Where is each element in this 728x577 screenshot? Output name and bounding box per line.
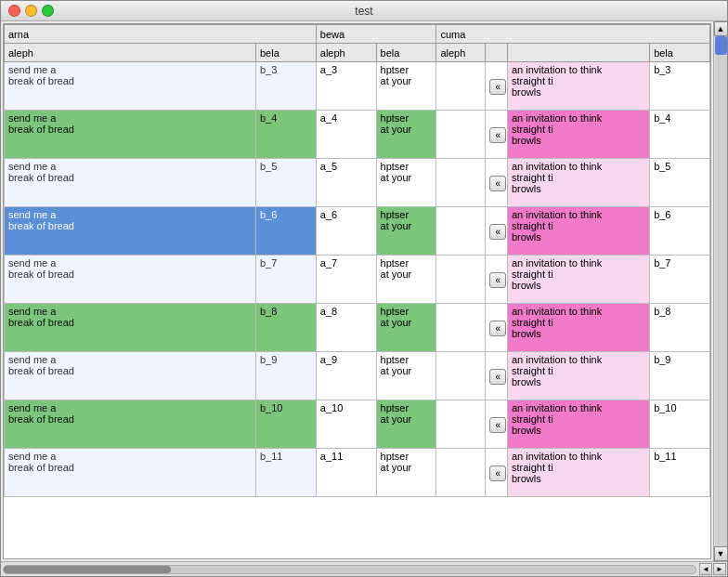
button-cell[interactable]: « xyxy=(486,352,508,400)
table-row: send me a break of breadb_9a_9hptser at … xyxy=(5,352,710,400)
table-wrapper[interactable]: arna bewa cuma aleph bela aleph bela ale… xyxy=(4,24,710,558)
hpt-cell: hptser at your xyxy=(376,207,436,256)
be-cell: b_9 xyxy=(650,352,710,400)
back-button[interactable]: « xyxy=(489,176,506,191)
header-bela1: bela xyxy=(255,44,316,62)
window: test arn xyxy=(0,0,728,577)
aleph3-cell xyxy=(436,111,486,159)
button-cell[interactable]: « xyxy=(486,111,508,159)
a-cell: a_4 xyxy=(316,111,376,159)
inv-cell: an invitation to think straight ti browl… xyxy=(507,449,649,497)
table-body: send me a break of breadb_3a_3hptser at … xyxy=(5,62,710,497)
table-area: arna bewa cuma aleph bela aleph bela ale… xyxy=(3,23,711,559)
aleph3-cell xyxy=(436,256,486,304)
button-cell[interactable]: « xyxy=(486,400,508,449)
inv-cell: an invitation to think straight ti browl… xyxy=(507,111,649,159)
aleph3-cell xyxy=(436,62,486,111)
button-cell[interactable]: « xyxy=(486,449,508,497)
a-cell: a_3 xyxy=(316,62,376,111)
back-button[interactable]: « xyxy=(489,321,506,336)
scroll-down-button[interactable]: ▼ xyxy=(714,546,728,561)
header-cuma: cuma xyxy=(436,25,710,44)
main-cell: send me a break of bread xyxy=(5,256,256,304)
maximize-button[interactable] xyxy=(42,5,54,17)
a-cell: a_6 xyxy=(316,207,376,256)
button-cell[interactable]: « xyxy=(486,62,508,111)
hpt-cell: hptser at your xyxy=(376,62,436,111)
scroll-up-button[interactable]: ▲ xyxy=(714,21,728,36)
a-cell: a_9 xyxy=(316,352,376,400)
h-scroll-track[interactable] xyxy=(3,565,696,574)
b-cell: b_5 xyxy=(255,159,316,207)
table-row: send me a break of breadb_11a_11hptser a… xyxy=(5,449,710,497)
data-table: arna bewa cuma aleph bela aleph bela ale… xyxy=(4,24,710,497)
scroll-v-thumb[interactable] xyxy=(715,36,727,55)
b-cell: b_10 xyxy=(255,400,316,449)
inv-cell: an invitation to think straight ti browl… xyxy=(507,256,649,304)
title-bar-buttons xyxy=(8,5,54,17)
main-cell: send me a break of bread xyxy=(5,207,256,256)
nav-left-button[interactable]: ◄ xyxy=(699,563,712,575)
header-bela2: bela xyxy=(376,44,436,62)
header-blank xyxy=(486,44,508,62)
b-cell: b_7 xyxy=(255,256,316,304)
header-row-1: arna bewa cuma xyxy=(5,25,710,44)
hpt-cell: hptser at your xyxy=(376,159,436,207)
table-row: send me a break of breadb_7a_7hptser at … xyxy=(5,256,710,304)
inv-cell: an invitation to think straight ti browl… xyxy=(507,62,649,111)
aleph3-cell xyxy=(436,449,486,497)
b-cell: b_8 xyxy=(255,304,316,352)
nav-right-button[interactable]: ► xyxy=(713,563,726,575)
main-content: arna bewa cuma aleph bela aleph bela ale… xyxy=(1,21,727,561)
be-cell: b_10 xyxy=(650,400,710,449)
title-bar: test xyxy=(1,1,727,21)
back-button[interactable]: « xyxy=(489,127,506,143)
aleph3-cell xyxy=(436,207,486,256)
be-cell: b_8 xyxy=(650,304,710,352)
b-cell: b_3 xyxy=(255,62,316,111)
close-button[interactable] xyxy=(8,5,20,17)
scroll-v-track[interactable] xyxy=(715,36,727,546)
minimize-button[interactable] xyxy=(25,5,37,17)
table-row: send me a break of breadb_3a_3hptser at … xyxy=(5,62,710,111)
button-cell[interactable]: « xyxy=(486,304,508,352)
button-cell[interactable]: « xyxy=(486,207,508,256)
nav-arrows: ◄ ► xyxy=(698,562,727,576)
h-scroll-area[interactable] xyxy=(1,562,698,576)
back-button[interactable]: « xyxy=(489,369,506,385)
back-button[interactable]: « xyxy=(489,466,506,481)
hpt-cell: hptser at your xyxy=(376,400,436,449)
table-row: send me a break of breadb_8a_8hptser at … xyxy=(5,304,710,352)
inv-cell: an invitation to think straight ti browl… xyxy=(507,304,649,352)
table-row: send me a break of breadb_10a_10hptser a… xyxy=(5,400,710,449)
back-button[interactable]: « xyxy=(489,79,506,95)
vertical-scrollbar[interactable]: ▲ ▼ xyxy=(713,21,727,561)
header-arna: arna xyxy=(5,25,317,44)
window-title: test xyxy=(355,5,372,18)
b-cell: b_9 xyxy=(255,352,316,400)
back-button[interactable]: « xyxy=(489,272,506,288)
main-cell: send me a break of bread xyxy=(5,400,256,449)
b-cell: b_6 xyxy=(255,207,316,256)
table-row: send me a break of breadb_6a_6hptser at … xyxy=(5,207,710,256)
back-button[interactable]: « xyxy=(489,417,506,433)
header-aleph1: aleph xyxy=(5,44,256,62)
header-blank2 xyxy=(507,44,649,62)
header-bewa: bewa xyxy=(316,25,436,44)
button-cell[interactable]: « xyxy=(486,256,508,304)
header-row-2: aleph bela aleph bela aleph bela xyxy=(5,44,710,62)
be-cell: b_6 xyxy=(650,207,710,256)
inv-cell: an invitation to think straight ti browl… xyxy=(507,352,649,400)
a-cell: a_10 xyxy=(316,400,376,449)
be-cell: b_4 xyxy=(650,111,710,159)
be-cell: b_11 xyxy=(650,449,710,497)
h-scroll-thumb xyxy=(4,566,171,573)
a-cell: a_7 xyxy=(316,256,376,304)
inv-cell: an invitation to think straight ti browl… xyxy=(507,207,649,256)
back-button[interactable]: « xyxy=(489,224,506,240)
b-cell: b_4 xyxy=(255,111,316,159)
button-cell[interactable]: « xyxy=(486,159,508,207)
a-cell: a_8 xyxy=(316,304,376,352)
bottom-bar: ◄ ► xyxy=(1,561,727,576)
b-cell: b_11 xyxy=(255,449,316,497)
